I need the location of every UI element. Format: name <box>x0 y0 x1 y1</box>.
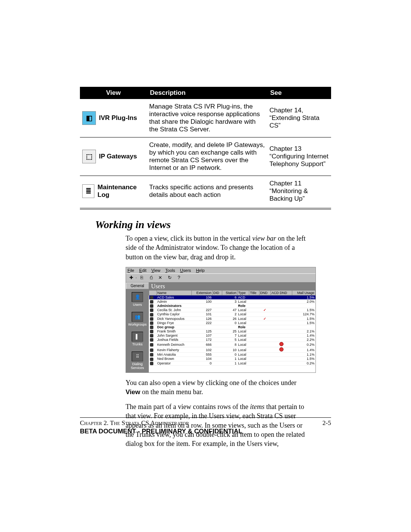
toolbar-copy-icon[interactable]: ⎘ <box>138 275 146 281</box>
th-view: View <box>80 87 147 99</box>
view-bar[interactable]: General 👤Users 👥Workgroups ▌Trunks ⠿Dial… <box>126 283 149 373</box>
table-row[interactable]: Doc groupRole <box>149 325 315 329</box>
table-row[interactable]: Kevin Flaherty10210Local1.4% <box>149 347 315 353</box>
paragraph: You can also open a view by clicking one… <box>126 378 312 397</box>
row-view: Maintenance Log <box>97 184 145 199</box>
toolbar: ✚· ⎘ ⎙ ✕ ↻ ? <box>126 273 315 283</box>
toolbar-refresh-icon[interactable]: ↻ <box>166 275 174 281</box>
table-row[interactable]: Miri Anatolia5550Local1.1% <box>149 353 315 357</box>
row-see: Chapter 11 “Monitoring & Backing Up” <box>267 176 331 207</box>
users-grid[interactable]: Name Extension DID Station Type Title DN… <box>149 290 315 373</box>
workgroups-icon: 👥 <box>132 312 143 322</box>
footer-page-number: 2-5 <box>322 419 331 427</box>
admin-screenshot: File Edit View Tools Users Help ✚· ⎘ ⎙ ✕… <box>126 267 316 373</box>
sidebar-item-workgroups[interactable]: 👥Workgroups <box>126 309 149 329</box>
footer-chapter: Chapter 2. The Strata CS Administrator <box>80 419 189 427</box>
table-row[interactable]: Frank Smith12525Local2.1% <box>149 329 315 333</box>
row-view: IP Gateways <box>99 153 137 160</box>
row-see: Chapter 14, “Extending Strata CS” <box>267 99 331 137</box>
toolbar-delete-icon[interactable]: ✕ <box>156 275 164 281</box>
toolbar-print-icon[interactable]: ⎙ <box>147 275 155 281</box>
view-description-table: View Description See ◧ IVR Plug-Ins Mana… <box>80 87 331 206</box>
table-row: ◧ IVR Plug-Ins Manage Strata CS IVR Plug… <box>80 99 331 137</box>
menu-bar[interactable]: File Edit View Tools Users Help <box>126 267 315 273</box>
table-row[interactable]: Ned Brown1041Local1.5% <box>149 357 315 361</box>
table-row[interactable]: Admin1003Local2.0% <box>149 300 315 304</box>
table-row[interactable]: Kenneth Deimoch6668Local0.2% <box>149 342 315 347</box>
table-row[interactable]: ACD Sales1066ACD1.5% <box>149 295 315 299</box>
menu-help[interactable]: Help <box>196 268 205 273</box>
table-row[interactable]: Cecilia St. John22747Local✓1.5% <box>149 308 315 312</box>
table-row[interactable]: Joshua Fields1725Local2.2% <box>149 338 315 342</box>
sidebar-item-users[interactable]: 👤Users <box>126 289 149 309</box>
footer-confidential: BETA DOCUMENT - PRELIMINARY & CONFIDENTI… <box>80 428 331 435</box>
table-row[interactable]: Dick Yannopoulos12626Local✓1.5% <box>149 316 315 321</box>
maintenance-log-icon: ≣ <box>82 184 94 198</box>
ip-gateways-icon: ⬚ <box>82 150 96 163</box>
table-row[interactable]: AdministratorsRole <box>149 304 315 308</box>
row-see: Chapter 13 “Configuring Internet Telepho… <box>267 137 331 176</box>
menu-tools[interactable]: Tools <box>165 268 175 273</box>
toolbar-help-icon[interactable]: ? <box>175 275 183 281</box>
dialing-icon: ⠿ <box>132 351 143 361</box>
menu-view[interactable]: View <box>151 268 161 273</box>
table-row[interactable]: Cynthia Caylor1012Local124.7% <box>149 312 315 316</box>
section-heading: Working in views <box>95 219 331 231</box>
table-row[interactable]: Dingo Frye2220Local1.5% <box>149 321 315 325</box>
toolbar-new-icon[interactable]: ✚ <box>127 275 135 281</box>
view-title: Users <box>149 283 315 290</box>
row-desc: Tracks specific actions and presents det… <box>147 176 267 207</box>
table-row: ≣ Maintenance Log Tracks specific action… <box>80 176 331 207</box>
table-row: ⬚ IP Gateways Create, modify, and delete… <box>80 137 331 176</box>
page-footer: Chapter 2. The Strata CS Administrator 2… <box>80 417 331 435</box>
table-row[interactable]: Operator01Local0.2% <box>149 361 315 365</box>
row-view: IVR Plug-Ins <box>99 114 137 122</box>
th-see: See <box>267 87 331 99</box>
sidebar-item-dialing[interactable]: ⠿Dialing Services <box>126 348 149 372</box>
ivr-plugins-icon: ◧ <box>82 111 96 125</box>
sidebar-item-trunks[interactable]: ▌Trunks <box>126 329 149 348</box>
sidebar-tab-general[interactable]: General <box>126 283 149 289</box>
row-desc: Manage Strata CS IVR Plug-ins, the inter… <box>147 99 267 137</box>
row-desc: Create, modify, and delete IP Gateways, … <box>147 137 267 176</box>
trunks-icon: ▌ <box>132 332 143 342</box>
menu-users[interactable]: Users <box>180 268 191 273</box>
menu-file[interactable]: File <box>127 268 134 273</box>
th-desc: Description <box>147 87 267 99</box>
table-row[interactable]: John Sargent1077Local1.4% <box>149 334 315 338</box>
paragraph: To open a view, click its button in the … <box>126 234 312 262</box>
users-icon: 👤 <box>132 292 143 302</box>
table-end-rule <box>80 208 331 209</box>
menu-edit[interactable]: Edit <box>139 268 147 273</box>
